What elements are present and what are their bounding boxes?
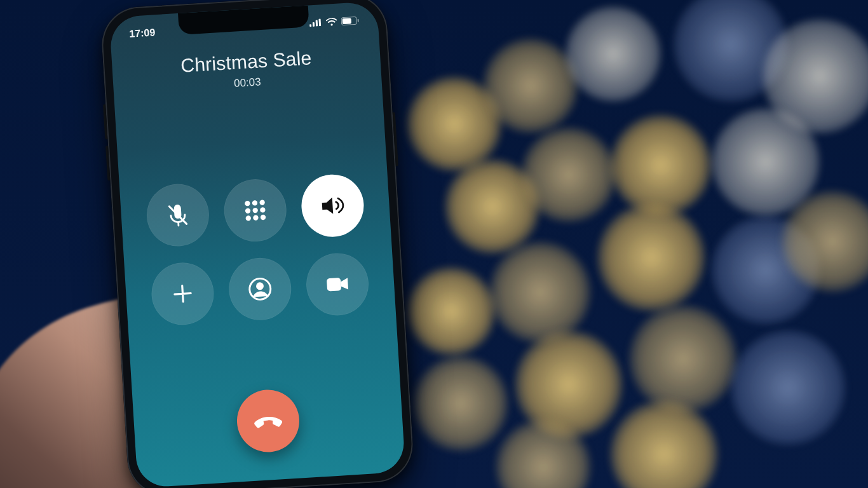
plus-icon [170, 281, 195, 306]
svg-point-15 [253, 215, 259, 220]
svg-rect-0 [309, 24, 311, 27]
svg-rect-2 [316, 20, 318, 27]
svg-point-9 [252, 200, 258, 206]
wifi-icon [325, 17, 337, 26]
svg-point-18 [256, 282, 264, 290]
speaker-icon [318, 191, 348, 220]
svg-point-14 [245, 215, 251, 221]
video-icon [323, 269, 353, 299]
keypad-button[interactable] [222, 177, 288, 243]
svg-point-10 [259, 200, 265, 205]
facetime-button[interactable] [304, 252, 370, 318]
svg-rect-19 [327, 278, 341, 291]
keypad-icon [242, 197, 269, 224]
mute-button[interactable] [145, 182, 211, 248]
mic-off-icon [163, 200, 193, 230]
svg-point-13 [260, 207, 266, 213]
add-call-button[interactable] [150, 261, 216, 327]
svg-rect-5 [358, 18, 359, 22]
svg-point-12 [252, 208, 258, 214]
cellular-icon [309, 18, 323, 27]
svg-rect-6 [342, 18, 351, 24]
end-call-button[interactable] [235, 388, 301, 454]
hang-up-icon [250, 403, 285, 438]
contact-icon [245, 274, 275, 304]
phone-screen: 17:09 [109, 1, 406, 488]
speaker-button[interactable] [300, 173, 366, 239]
battery-icon [341, 16, 359, 25]
call-actions-grid [146, 173, 370, 327]
caller-info: Christmas Sale 00:03 [112, 43, 382, 98]
svg-point-8 [245, 201, 250, 207]
svg-rect-3 [318, 18, 321, 26]
phone: 17:09 [100, 0, 415, 488]
status-time: 17:09 [129, 27, 156, 39]
status-indicators [309, 16, 359, 27]
svg-rect-1 [313, 22, 315, 27]
svg-point-16 [261, 215, 266, 220]
svg-point-11 [245, 208, 251, 214]
contacts-button[interactable] [227, 256, 293, 322]
